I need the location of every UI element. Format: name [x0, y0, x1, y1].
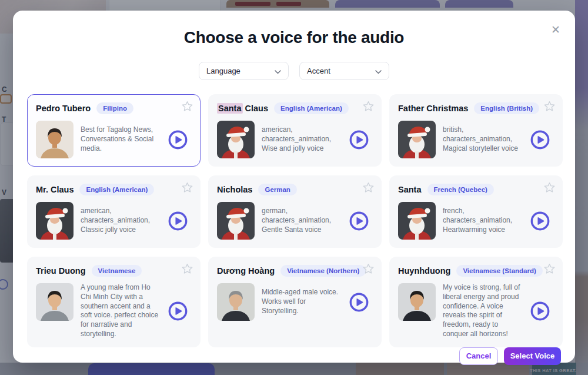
voice-description: Best for Tagalog News, Conversations & S… [81, 125, 161, 153]
accent-filter-select[interactable]: Accent [299, 62, 389, 80]
voice-name: Father Christmas [398, 104, 468, 113]
language-badge: Vietnamese [92, 265, 142, 277]
voice-avatar [398, 121, 436, 158]
close-icon[interactable]: ✕ [549, 24, 562, 36]
voice-card[interactable]: Santa Claus English (American) [208, 94, 382, 167]
favorite-star-icon[interactable] [544, 101, 555, 112]
voice-avatar [36, 202, 74, 240]
voice-card[interactable]: Pedro Tubero Filipino [27, 94, 201, 167]
voice-avatar [398, 202, 436, 240]
favorite-star-icon[interactable] [363, 182, 374, 193]
play-voice-button[interactable] [349, 130, 369, 150]
voice-description: german, characters_animation, Gentle San… [262, 207, 342, 234]
voice-description: french, characters_animation, Heartwarmi… [443, 207, 523, 234]
voice-card[interactable]: Father Christmas English (British) [389, 94, 563, 167]
voice-grid: Pedro Tubero Filipino [27, 94, 561, 347]
chevron-down-icon [375, 66, 382, 77]
play-voice-button[interactable] [530, 211, 550, 231]
language-filter-select[interactable]: Language [199, 62, 289, 80]
voice-name: Mr. Claus [36, 185, 74, 194]
play-voice-button[interactable] [349, 292, 369, 313]
voice-name: Huynhduong [398, 266, 450, 276]
accent-filter-label: Accent [307, 67, 330, 75]
play-voice-button[interactable] [168, 301, 188, 321]
select-voice-button[interactable]: Select Voice [504, 347, 561, 365]
play-voice-button[interactable] [530, 130, 550, 150]
voice-avatar [36, 121, 74, 158]
voice-name: Santa Claus [217, 104, 268, 113]
voice-description: american, characters_animation, Wise and… [262, 125, 342, 153]
play-voice-button[interactable] [349, 211, 369, 231]
language-badge: Vietnamese (Standard) [456, 265, 542, 277]
language-badge: Vietnamese (Northern) [280, 265, 366, 277]
voice-avatar [398, 283, 436, 321]
favorite-star-icon[interactable] [544, 263, 555, 274]
voice-avatar [217, 121, 255, 158]
voice-name: Nicholas [217, 185, 252, 194]
language-badge: Filipino [96, 102, 133, 114]
voice-description: Middle-aged male voice. Works well for S… [262, 288, 342, 316]
favorite-star-icon[interactable] [363, 101, 374, 112]
voice-card[interactable]: Dương Hoàng Vietnamese (Northern) [208, 257, 382, 347]
voice-name: Pedro Tubero [36, 104, 91, 113]
dialog-title: Choose a voice for the audio [13, 28, 575, 47]
play-voice-button[interactable] [530, 301, 550, 321]
voice-card[interactable]: Mr. Claus English (American) [27, 175, 201, 248]
cancel-button[interactable]: Cancel [459, 347, 498, 365]
voice-description: american, characters_animation, Classic … [81, 207, 161, 234]
voice-card[interactable]: Nicholas German [208, 175, 382, 248]
chevron-down-icon [275, 66, 281, 77]
favorite-star-icon[interactable] [182, 263, 193, 274]
choose-voice-dialog: ✕ Choose a voice for the audio Language … [13, 11, 575, 363]
favorite-star-icon[interactable] [363, 263, 374, 274]
language-filter-label: Language [206, 67, 240, 75]
voice-name: Trieu Duong [36, 266, 86, 276]
voice-name: Santa [398, 185, 422, 194]
voice-card[interactable]: Huynhduong Vietnamese (Standard) [389, 257, 563, 347]
favorite-star-icon[interactable] [182, 182, 193, 193]
voice-description: british, characters_animation, Magical s… [443, 125, 523, 153]
language-badge: English (American) [274, 102, 349, 114]
play-voice-button[interactable] [168, 130, 188, 150]
voice-avatar [36, 283, 74, 321]
favorite-star-icon[interactable] [182, 101, 193, 112]
voice-card[interactable]: Trieu Duong Vietnamese [27, 257, 201, 347]
language-badge: English (American) [79, 184, 154, 195]
language-badge: German [258, 184, 296, 195]
voice-name: Dương Hoàng [217, 266, 275, 276]
dialog-footer: Cancel Select Voice [13, 347, 575, 375]
language-badge: French (Quebec) [427, 184, 494, 195]
voice-avatar [217, 202, 255, 240]
favorite-star-icon[interactable] [544, 182, 555, 193]
filter-bar: Language Accent [13, 62, 575, 80]
language-badge: English (British) [474, 102, 539, 114]
voice-avatar [217, 283, 255, 321]
voice-description: A young male from Ho Chi Minh City with … [81, 283, 161, 339]
voice-card[interactable]: Santa French (Quebec) [389, 175, 563, 248]
play-voice-button[interactable] [168, 211, 188, 231]
voice-description: My voice is strong, full of liberal ener… [443, 283, 523, 339]
